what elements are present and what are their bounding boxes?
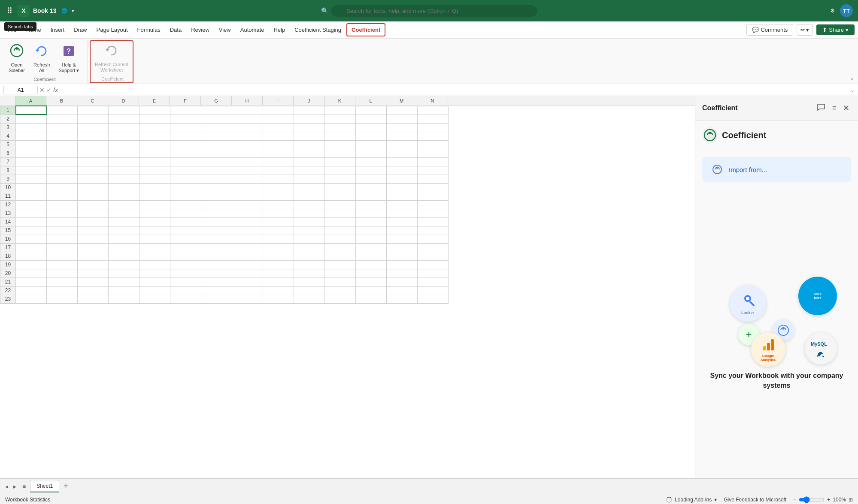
gear-icon[interactable]: ⚙ [830,8,835,14]
cell-F21[interactable] [170,278,201,286]
cell-G6[interactable] [201,149,232,157]
cell-H15[interactable] [232,226,263,235]
loading-dropdown[interactable]: ▾ [714,497,717,503]
cell-M15[interactable] [387,226,418,235]
cell-L8[interactable] [356,166,387,175]
cell-H18[interactable] [232,252,263,260]
cell-D2[interactable] [109,115,139,123]
cell-N3[interactable] [418,123,449,132]
cell-F5[interactable] [170,140,201,149]
sheet-add-button[interactable]: + [61,482,71,491]
cell-C16[interactable] [78,235,109,243]
cell-G19[interactable] [201,260,232,269]
menu-view[interactable]: View [215,24,235,36]
cell-E5[interactable] [139,140,170,149]
cell-M5[interactable] [387,140,418,149]
cell-G7[interactable] [201,157,232,166]
formula-bar-expand[interactable]: ⌄ [850,87,855,93]
menu-draw[interactable]: Draw [70,24,91,36]
cell-K7[interactable] [325,157,356,166]
cell-H8[interactable] [232,166,263,175]
cell-D21[interactable] [109,278,139,286]
cell-F1[interactable] [170,106,201,115]
cell-B3[interactable] [47,123,78,132]
cell-A15[interactable] [16,226,47,235]
cell-C3[interactable] [78,123,109,132]
cell-G18[interactable] [201,252,232,260]
cell-I9[interactable] [263,175,294,183]
cell-H5[interactable] [232,140,263,149]
cell-B21[interactable] [47,278,78,286]
cell-B15[interactable] [47,226,78,235]
cell-A10[interactable] [16,183,47,192]
cell-L16[interactable] [356,235,387,243]
cell-D11[interactable] [109,192,139,200]
cell-K16[interactable] [325,235,356,243]
zoom-fit-icon[interactable]: ⊞ [849,497,853,503]
cell-K9[interactable] [325,175,356,183]
cell-G5[interactable] [201,140,232,149]
cell-D10[interactable] [109,183,139,192]
cell-H2[interactable] [232,115,263,123]
cell-J17[interactable] [294,243,325,252]
cell-A16[interactable] [16,235,47,243]
cell-C19[interactable] [78,260,109,269]
cell-M9[interactable] [387,175,418,183]
cell-J21[interactable] [294,278,325,286]
cell-J6[interactable] [294,149,325,157]
cell-K3[interactable] [325,123,356,132]
sheet-next-button[interactable]: ▸ [12,482,18,491]
cell-G22[interactable] [201,286,232,295]
cell-J13[interactable] [294,209,325,217]
cell-H9[interactable] [232,175,263,183]
cell-F8[interactable] [170,166,201,175]
cell-B7[interactable] [47,157,78,166]
cell-B9[interactable] [47,175,78,183]
cell-C14[interactable] [78,217,109,226]
cell-K4[interactable] [325,132,356,140]
cell-D18[interactable] [109,252,139,260]
cell-A7[interactable] [16,157,47,166]
menu-coefficient-staging[interactable]: Coefficient Staging [290,24,346,36]
cell-M3[interactable] [387,123,418,132]
cell-K17[interactable] [325,243,356,252]
cell-C11[interactable] [78,192,109,200]
pen-button[interactable]: ✏ ▾ [797,24,813,36]
autosave-icon[interactable]: 🌐 [61,8,67,14]
cell-L12[interactable] [356,200,387,209]
cell-E2[interactable] [139,115,170,123]
cell-F14[interactable] [170,217,201,226]
cell-B6[interactable] [47,149,78,157]
cell-A12[interactable] [16,200,47,209]
cell-G1[interactable] [201,106,232,115]
cell-E3[interactable] [139,123,170,132]
cell-M6[interactable] [387,149,418,157]
cell-A22[interactable] [16,286,47,295]
col-header-L[interactable]: L [355,96,386,105]
cell-D9[interactable] [109,175,139,183]
cell-J11[interactable] [294,192,325,200]
cell-L15[interactable] [356,226,387,235]
cell-B16[interactable] [47,235,78,243]
cell-K12[interactable] [325,200,356,209]
cell-I1[interactable] [263,106,294,115]
cell-L6[interactable] [356,149,387,157]
cell-F17[interactable] [170,243,201,252]
cell-E15[interactable] [139,226,170,235]
cell-B4[interactable] [47,132,78,140]
cell-E19[interactable] [139,260,170,269]
col-header-A[interactable]: A [15,96,46,105]
formula-confirm-icon[interactable]: ✓ [46,87,52,94]
cell-J18[interactable] [294,252,325,260]
refresh-all-button[interactable]: RefreshAll [30,42,54,75]
panel-close-button[interactable]: ✕ [841,102,851,115]
cell-D1[interactable] [109,106,139,115]
cell-B17[interactable] [47,243,78,252]
cell-I6[interactable] [263,149,294,157]
cell-G4[interactable] [201,132,232,140]
col-header-N[interactable]: N [417,96,448,105]
google-analytics-logo[interactable]: GoogleAnalytics [751,332,785,367]
cell-N8[interactable] [418,166,449,175]
help-support-button[interactable]: ? Help &Support ▾ [55,42,82,75]
cell-H3[interactable] [232,123,263,132]
